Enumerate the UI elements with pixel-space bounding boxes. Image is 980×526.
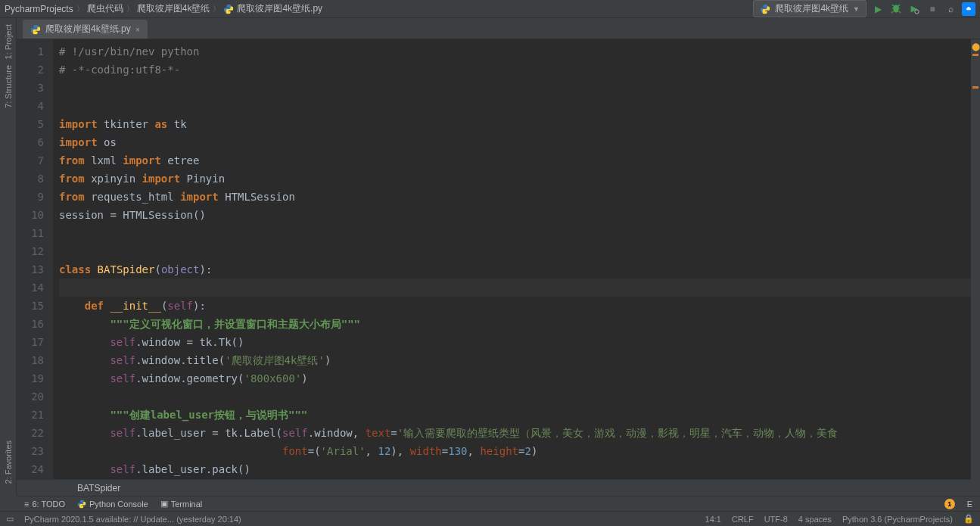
python-console-tool-button[interactable]: Python Console xyxy=(77,500,148,509)
stop-button[interactable]: ■ xyxy=(926,2,939,16)
svg-point-0 xyxy=(915,9,919,13)
run-config-selector[interactable]: 爬取彼岸图4k壁纸 ▼ xyxy=(753,0,866,17)
line-separator[interactable]: CRLF xyxy=(732,515,754,524)
left-tool-strip: 1: Project 7: Structure 2: Favorites xyxy=(0,18,17,496)
editor-tabs: 爬取彼岸图4k壁纸.py × xyxy=(0,18,980,39)
close-tab-icon[interactable]: × xyxy=(135,25,140,34)
cursor-position[interactable]: 14:1 xyxy=(705,515,721,524)
python-file-icon xyxy=(30,24,41,35)
error-stripe: ⬤ xyxy=(971,39,980,496)
tab-label: 爬取彼岸图4k壁纸.py xyxy=(45,23,131,36)
favorites-tool-button[interactable]: 2: Favorites xyxy=(4,440,13,484)
code-breadcrumb[interactable]: BATSpider xyxy=(17,479,980,496)
python-icon xyxy=(760,4,770,14)
breadcrumb-root[interactable]: PycharmProjects xyxy=(5,4,73,14)
chevron-right-icon: 〉 xyxy=(76,4,84,14)
console-label: Python Console xyxy=(89,500,148,509)
line-gutter: 123456789101112131415161718192021222324 xyxy=(17,39,53,479)
editor-area: 123456789101112131415161718192021222324 … xyxy=(17,39,980,496)
inspection-indicator-icon[interactable]: ⬤ xyxy=(972,42,980,51)
python-file-icon xyxy=(223,4,234,14)
event-log-badge[interactable]: 1 xyxy=(944,499,955,509)
search-everywhere-button[interactable]: ⌕ xyxy=(944,2,957,16)
structure-tool-button[interactable]: 7: Structure xyxy=(4,65,13,108)
status-bar: ▭ PyCharm 2020.1.5 available: // Update.… xyxy=(0,511,980,526)
event-log-button[interactable]: E xyxy=(967,500,972,509)
editor-tab[interactable]: 爬取彼岸图4k壁纸.py × xyxy=(23,20,148,39)
lock-icon[interactable]: 🔒 xyxy=(963,514,974,524)
bottom-tool-strip: ≡ 6: TODO Python Console ▣ Terminal 1 E xyxy=(17,496,980,511)
debug-button[interactable] xyxy=(889,2,903,16)
breadcrumb-folder[interactable]: 爬取彼岸图4k壁纸 xyxy=(137,2,210,15)
list-icon: ≡ xyxy=(24,500,29,509)
code-breadcrumb-item[interactable]: BATSpider xyxy=(77,483,120,493)
project-tool-button[interactable]: 1: Project xyxy=(4,24,13,59)
chevron-right-icon: 〉 xyxy=(213,4,220,14)
code-content[interactable]: # !/usr/bin/nev python# -*-coding:utf8-*… xyxy=(53,39,980,479)
terminal-tool-button[interactable]: ▣ Terminal xyxy=(160,499,203,509)
code-editor[interactable]: 123456789101112131415161718192021222324 … xyxy=(17,39,980,479)
chevron-right-icon: 〉 xyxy=(126,4,134,14)
run-with-coverage-button[interactable] xyxy=(907,2,921,16)
todo-label: 6: TODO xyxy=(32,500,65,509)
cloud-sync-icon[interactable] xyxy=(962,2,975,16)
file-encoding[interactable]: UTF-8 xyxy=(764,515,788,524)
breadcrumb-file[interactable]: 爬取彼岸图4k壁纸.py xyxy=(237,2,322,15)
status-message[interactable]: PyCharm 2020.1.5 available: // Update...… xyxy=(24,515,241,524)
navigation-bar: PycharmProjects 〉 爬虫代码 〉 爬取彼岸图4k壁纸 〉 爬取彼… xyxy=(0,0,980,18)
warning-mark[interactable] xyxy=(972,54,978,56)
python-interpreter[interactable]: Python 3.6 (PycharmProjects) xyxy=(842,515,953,524)
breadcrumb: PycharmProjects 〉 爬虫代码 〉 爬取彼岸图4k壁纸 〉 爬取彼… xyxy=(5,2,753,15)
breadcrumb-folder[interactable]: 爬虫代码 xyxy=(87,2,123,15)
terminal-icon: ▣ xyxy=(160,499,168,509)
python-icon xyxy=(77,500,86,509)
status-bar-icon[interactable]: ▭ xyxy=(6,514,14,524)
indent-info[interactable]: 4 spaces xyxy=(798,515,832,524)
todo-tool-button[interactable]: ≡ 6: TODO xyxy=(24,500,65,509)
run-button[interactable]: ▶ xyxy=(871,2,885,16)
terminal-label: Terminal xyxy=(171,500,203,509)
chevron-down-icon: ▼ xyxy=(853,5,860,13)
warning-mark[interactable] xyxy=(972,86,978,89)
toolbar-right: 爬取彼岸图4k壁纸 ▼ ▶ ■ ⌕ xyxy=(753,0,975,17)
run-config-label: 爬取彼岸图4k壁纸 xyxy=(775,2,848,15)
